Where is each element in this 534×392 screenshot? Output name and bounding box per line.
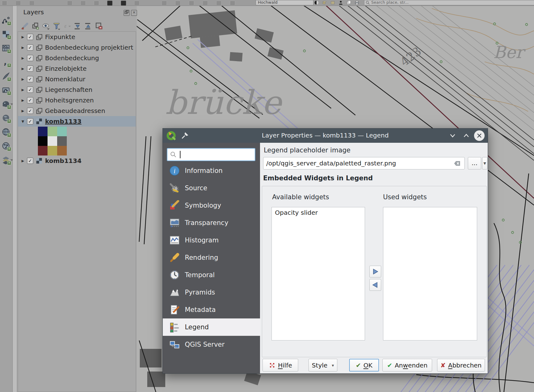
remove-layer-icon[interactable] bbox=[95, 22, 103, 30]
dropdown-arrow-icon[interactable]: ▾ bbox=[332, 363, 334, 368]
toolbar-button[interactable] bbox=[162, 1, 167, 6]
collapse-all-icon[interactable] bbox=[84, 22, 92, 30]
ok-button[interactable]: ✔OK bbox=[349, 359, 379, 372]
layer-checkbox[interactable]: ✓ bbox=[27, 34, 33, 40]
tab-temporal[interactable]: Temporal bbox=[163, 266, 260, 284]
tab-source[interactable]: Source bbox=[163, 179, 260, 197]
locator-search-input[interactable]: Search place, str... bbox=[364, 0, 534, 5]
layer-checkbox[interactable]: ✓ bbox=[27, 118, 33, 124]
layer-row-einzelobjekte[interactable]: ▶✓Einzelobjekte bbox=[18, 63, 136, 74]
layer-row-bodenbedeckung-projektiert[interactable]: ▶✓Bodenbedeckung projektiert bbox=[18, 42, 136, 53]
layer-checkbox[interactable]: ✓ bbox=[27, 55, 33, 61]
add-db-layer-icon[interactable]: + bbox=[2, 128, 10, 136]
tab-legend[interactable]: Legend bbox=[163, 318, 260, 336]
add-vector-layer-icon[interactable]: + bbox=[2, 16, 10, 25]
layer-row-liegenschaften[interactable]: ▶✓Liegenschaften bbox=[18, 84, 136, 95]
printer-icon[interactable] bbox=[354, 0, 360, 5]
layer-row-komb1134[interactable]: ▶✓komb1134 bbox=[18, 155, 136, 166]
close-dialog-icon[interactable] bbox=[474, 130, 485, 141]
toolbar-button[interactable] bbox=[29, 1, 34, 6]
shade-up-icon[interactable] bbox=[462, 131, 471, 140]
copy-icon[interactable] bbox=[346, 0, 352, 5]
layer-row-nomenklatur[interactable]: ▶✓Nomenklatur bbox=[18, 74, 136, 84]
user-icon[interactable] bbox=[338, 0, 344, 5]
toolbar-button[interactable] bbox=[134, 1, 139, 6]
expand-arrow-icon[interactable]: ▶ bbox=[21, 77, 25, 81]
tab-qgis-server[interactable]: QGIS Server bbox=[163, 336, 260, 353]
tab-histogram[interactable]: Histogram bbox=[163, 232, 260, 249]
toolbar-button[interactable] bbox=[67, 1, 72, 6]
hilfe-button[interactable]: Hilfe bbox=[262, 359, 298, 372]
toolbar-button[interactable] bbox=[16, 1, 21, 6]
layer-row-gebaeudeadressen[interactable]: ▶✓Gebaeudeadressen bbox=[18, 106, 136, 116]
add-mesh-layer-icon[interactable]: + bbox=[2, 44, 10, 52]
expand-arrow-icon[interactable]: ▼ bbox=[21, 119, 25, 124]
tab-rendering[interactable]: Rendering bbox=[163, 249, 260, 266]
options-search-input[interactable] bbox=[167, 148, 255, 161]
add-gpx-layer-icon[interactable]: + bbox=[2, 72, 10, 80]
layer-checkbox[interactable]: ✓ bbox=[27, 108, 33, 114]
expand-arrow-icon[interactable]: ▶ bbox=[21, 35, 25, 39]
layer-row-bodenbedeckung[interactable]: ▶✓Bodenbedeckung bbox=[18, 53, 136, 63]
float-panel-icon[interactable] bbox=[124, 10, 130, 16]
toolbar-button[interactable] bbox=[175, 1, 180, 6]
new-folder-icon[interactable] bbox=[322, 0, 327, 5]
dialog-titlebar[interactable]: Layer Properties — komb1133 — Legend bbox=[163, 128, 488, 143]
layer-checkbox[interactable]: ✓ bbox=[27, 76, 33, 82]
toolbar-button[interactable] bbox=[189, 1, 194, 6]
add-raster-layer-icon[interactable]: + bbox=[2, 30, 10, 38]
path-dropdown-button[interactable]: ▼ bbox=[482, 157, 487, 169]
style-button[interactable]: Style▾ bbox=[308, 359, 337, 372]
close-panel-icon[interactable]: × bbox=[131, 10, 137, 16]
clear-text-icon[interactable] bbox=[453, 160, 461, 167]
overview-icon[interactable] bbox=[314, 0, 319, 5]
panel-splitter[interactable] bbox=[13, 6, 17, 392]
expand-arrow-icon[interactable]: ▶ bbox=[21, 98, 25, 102]
layer-row-hoheitsgrenzen[interactable]: ▶✓Hoheitsgrenzen bbox=[18, 95, 136, 106]
layer-row-komb1133[interactable]: ▼✓komb1133 bbox=[18, 116, 136, 127]
add-wms-layer-icon[interactable]: + bbox=[2, 142, 10, 150]
layer-checkbox[interactable]: ✓ bbox=[27, 97, 33, 103]
open-layer-styling-icon[interactable] bbox=[21, 22, 29, 30]
expand-arrow-icon[interactable]: ▶ bbox=[21, 159, 25, 163]
list-item[interactable]: Opacity slider bbox=[272, 207, 365, 216]
filter-legend-icon[interactable] bbox=[52, 22, 61, 30]
available-widgets-list[interactable]: Opacity slider bbox=[272, 207, 365, 340]
toolbar-button[interactable] bbox=[2, 1, 7, 6]
add-group-icon[interactable] bbox=[31, 22, 39, 30]
shade-down-icon[interactable] bbox=[448, 131, 457, 140]
toolbar-button[interactable] bbox=[203, 1, 208, 6]
expand-arrow-icon[interactable]: ▶ bbox=[21, 67, 25, 71]
tab-pyramids[interactable]: Pyramids bbox=[163, 284, 260, 301]
placeholder-path-input[interactable]: /opt/qgis_server_data/paletted_raster.pn… bbox=[263, 157, 465, 169]
used-widgets-list[interactable] bbox=[383, 207, 477, 340]
toolbar-button[interactable] bbox=[121, 1, 126, 6]
layer-checkbox[interactable]: ✓ bbox=[27, 158, 33, 164]
expand-arrow-icon[interactable]: ▶ bbox=[21, 46, 25, 50]
add-vector-dataset-icon[interactable]: + bbox=[2, 86, 10, 94]
toolbar-button[interactable] bbox=[94, 1, 99, 6]
edit-filter-expression-icon[interactable]: ε bbox=[63, 22, 71, 30]
toolbar-button[interactable] bbox=[230, 1, 235, 6]
expand-all-icon[interactable] bbox=[74, 22, 82, 30]
toolbar-button[interactable] bbox=[107, 1, 112, 6]
project-combo[interactable]: Hochwald bbox=[256, 0, 313, 5]
add-spatialite-layer-icon[interactable]: + bbox=[2, 114, 10, 122]
tab-information[interactable]: iInformation bbox=[163, 162, 260, 179]
tab-metadata[interactable]: Metadata bbox=[163, 301, 260, 318]
expand-arrow-icon[interactable]: ▶ bbox=[21, 56, 25, 60]
manage-map-themes-icon[interactable] bbox=[42, 22, 50, 30]
add-postgis-layer-icon[interactable]: + bbox=[2, 100, 10, 108]
browse-button[interactable]: ... bbox=[468, 157, 481, 169]
abbrechen-button[interactable]: ✘Abbrechen bbox=[437, 359, 485, 372]
layer-checkbox[interactable]: ✓ bbox=[27, 65, 33, 72]
layer-checkbox[interactable]: ✓ bbox=[27, 87, 33, 93]
expand-arrow-icon[interactable]: ▶ bbox=[21, 109, 25, 113]
expand-arrow-icon[interactable]: ▶ bbox=[21, 88, 25, 92]
tab-transparency[interactable]: Transparency bbox=[163, 214, 260, 232]
remove-widget-button[interactable] bbox=[369, 279, 381, 291]
folder-icon[interactable] bbox=[330, 0, 335, 5]
toolbar-button[interactable] bbox=[216, 1, 221, 6]
add-delimited-text-layer-icon[interactable]: ,+ bbox=[2, 58, 10, 66]
layer-checkbox[interactable]: ✓ bbox=[27, 44, 33, 51]
